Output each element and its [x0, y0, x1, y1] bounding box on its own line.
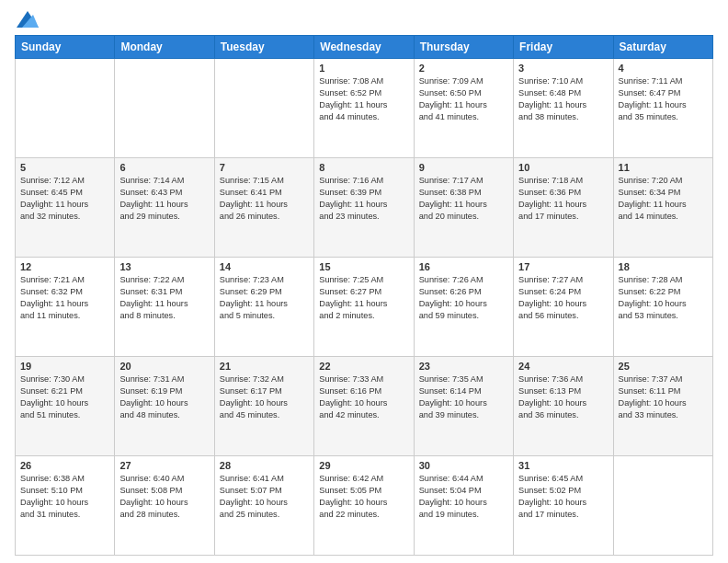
- day-content: Sunrise: 7:12 AM Sunset: 6:45 PM Dayligh…: [20, 175, 109, 223]
- calendar-cell: 25Sunrise: 7:37 AM Sunset: 6:11 PM Dayli…: [613, 357, 712, 456]
- day-content: Sunrise: 7:22 AM Sunset: 6:31 PM Dayligh…: [119, 274, 209, 322]
- calendar-cell: 11Sunrise: 7:20 AM Sunset: 6:34 PM Dayli…: [613, 158, 712, 258]
- calendar-cell: 17Sunrise: 7:27 AM Sunset: 6:24 PM Dayli…: [514, 258, 613, 357]
- day-content: Sunrise: 6:45 AM Sunset: 5:02 PM Dayligh…: [518, 473, 608, 521]
- calendar-cell: 24Sunrise: 7:36 AM Sunset: 6:13 PM Dayli…: [514, 357, 613, 456]
- day-content: Sunrise: 7:30 AM Sunset: 6:21 PM Dayligh…: [20, 373, 109, 421]
- day-header-saturday: Saturday: [613, 36, 712, 59]
- calendar-cell: 6Sunrise: 7:14 AM Sunset: 6:43 PM Daylig…: [115, 158, 214, 258]
- calendar-week-4: 19Sunrise: 7:30 AM Sunset: 6:21 PM Dayli…: [16, 357, 713, 456]
- day-content: Sunrise: 7:25 AM Sunset: 6:27 PM Dayligh…: [319, 274, 408, 322]
- calendar-cell: 23Sunrise: 7:35 AM Sunset: 6:14 PM Dayli…: [414, 357, 513, 456]
- day-content: Sunrise: 6:38 AM Sunset: 5:10 PM Dayligh…: [20, 473, 109, 521]
- day-content: Sunrise: 7:15 AM Sunset: 6:41 PM Dayligh…: [220, 175, 309, 223]
- day-number: 10: [518, 162, 608, 173]
- calendar-cell: 26Sunrise: 6:38 AM Sunset: 5:10 PM Dayli…: [16, 456, 115, 556]
- day-number: 11: [619, 162, 708, 173]
- calendar-cell: 12Sunrise: 7:21 AM Sunset: 6:32 PM Dayli…: [16, 258, 115, 357]
- calendar-cell: [214, 59, 313, 158]
- day-number: 1: [319, 63, 408, 74]
- calendar-cell: [115, 59, 214, 158]
- header: [15, 11, 713, 28]
- day-number: 7: [220, 162, 309, 173]
- day-content: Sunrise: 7:28 AM Sunset: 6:22 PM Dayligh…: [619, 274, 708, 322]
- logo-icon: [17, 11, 39, 28]
- day-number: 30: [419, 460, 508, 471]
- page: SundayMondayTuesdayWednesdayThursdayFrid…: [0, 0, 728, 563]
- calendar-cell: 4Sunrise: 7:11 AM Sunset: 6:47 PM Daylig…: [613, 59, 712, 158]
- calendar-cell: 5Sunrise: 7:12 AM Sunset: 6:45 PM Daylig…: [16, 158, 115, 258]
- calendar-cell: 21Sunrise: 7:32 AM Sunset: 6:17 PM Dayli…: [214, 357, 313, 456]
- day-content: Sunrise: 7:35 AM Sunset: 6:14 PM Dayligh…: [419, 373, 508, 421]
- calendar-cell: 20Sunrise: 7:31 AM Sunset: 6:19 PM Dayli…: [115, 357, 214, 456]
- day-number: 23: [419, 361, 508, 372]
- day-number: 16: [419, 261, 508, 272]
- day-content: Sunrise: 6:44 AM Sunset: 5:04 PM Dayligh…: [419, 473, 508, 521]
- day-number: 19: [20, 361, 109, 372]
- day-content: Sunrise: 6:41 AM Sunset: 5:07 PM Dayligh…: [220, 473, 309, 521]
- day-number: 14: [220, 261, 309, 272]
- day-header-friday: Friday: [514, 36, 613, 59]
- day-content: Sunrise: 7:09 AM Sunset: 6:50 PM Dayligh…: [419, 75, 508, 123]
- calendar-cell: 16Sunrise: 7:26 AM Sunset: 6:26 PM Dayli…: [414, 258, 513, 357]
- calendar-cell: 19Sunrise: 7:30 AM Sunset: 6:21 PM Dayli…: [16, 357, 115, 456]
- calendar-cell: 13Sunrise: 7:22 AM Sunset: 6:31 PM Dayli…: [115, 258, 214, 357]
- day-content: Sunrise: 7:08 AM Sunset: 6:52 PM Dayligh…: [319, 75, 408, 123]
- day-number: 4: [619, 63, 708, 74]
- calendar-cell: [613, 456, 712, 556]
- calendar-cell: 14Sunrise: 7:23 AM Sunset: 6:29 PM Dayli…: [214, 258, 313, 357]
- calendar-cell: 9Sunrise: 7:17 AM Sunset: 6:38 PM Daylig…: [414, 158, 513, 258]
- day-content: Sunrise: 7:36 AM Sunset: 6:13 PM Dayligh…: [518, 373, 608, 421]
- day-header-wednesday: Wednesday: [314, 36, 414, 59]
- calendar-table: SundayMondayTuesdayWednesdayThursdayFrid…: [15, 35, 713, 556]
- day-content: Sunrise: 7:14 AM Sunset: 6:43 PM Dayligh…: [119, 175, 209, 223]
- day-number: 9: [419, 162, 508, 173]
- day-number: 2: [419, 63, 508, 74]
- day-content: Sunrise: 6:42 AM Sunset: 5:05 PM Dayligh…: [319, 473, 408, 521]
- day-content: Sunrise: 7:11 AM Sunset: 6:47 PM Dayligh…: [619, 75, 708, 123]
- calendar-cell: 18Sunrise: 7:28 AM Sunset: 6:22 PM Dayli…: [613, 258, 712, 357]
- calendar-cell: 27Sunrise: 6:40 AM Sunset: 5:08 PM Dayli…: [115, 456, 214, 556]
- day-number: 13: [119, 261, 209, 272]
- day-content: Sunrise: 7:26 AM Sunset: 6:26 PM Dayligh…: [419, 274, 508, 322]
- day-number: 6: [119, 162, 209, 173]
- calendar-week-2: 5Sunrise: 7:12 AM Sunset: 6:45 PM Daylig…: [16, 158, 713, 258]
- day-number: 31: [518, 460, 608, 471]
- day-content: Sunrise: 7:16 AM Sunset: 6:39 PM Dayligh…: [319, 175, 408, 223]
- calendar-cell: 1Sunrise: 7:08 AM Sunset: 6:52 PM Daylig…: [314, 59, 414, 158]
- day-header-tuesday: Tuesday: [214, 36, 313, 59]
- day-number: 29: [319, 460, 408, 471]
- day-content: Sunrise: 7:23 AM Sunset: 6:29 PM Dayligh…: [220, 274, 309, 322]
- day-content: Sunrise: 7:10 AM Sunset: 6:48 PM Dayligh…: [518, 75, 608, 123]
- calendar-cell: [16, 59, 115, 158]
- day-content: Sunrise: 7:20 AM Sunset: 6:34 PM Dayligh…: [619, 175, 708, 223]
- day-number: 5: [20, 162, 109, 173]
- day-content: Sunrise: 6:40 AM Sunset: 5:08 PM Dayligh…: [119, 473, 209, 521]
- day-number: 24: [518, 361, 608, 372]
- calendar-week-1: 1Sunrise: 7:08 AM Sunset: 6:52 PM Daylig…: [16, 59, 713, 158]
- calendar-cell: 29Sunrise: 6:42 AM Sunset: 5:05 PM Dayli…: [314, 456, 414, 556]
- logo: [15, 11, 39, 28]
- day-header-thursday: Thursday: [414, 36, 513, 59]
- calendar-week-5: 26Sunrise: 6:38 AM Sunset: 5:10 PM Dayli…: [16, 456, 713, 556]
- day-content: Sunrise: 7:17 AM Sunset: 6:38 PM Dayligh…: [419, 175, 508, 223]
- calendar-week-3: 12Sunrise: 7:21 AM Sunset: 6:32 PM Dayli…: [16, 258, 713, 357]
- day-header-monday: Monday: [115, 36, 214, 59]
- day-content: Sunrise: 7:32 AM Sunset: 6:17 PM Dayligh…: [220, 373, 309, 421]
- day-number: 25: [619, 361, 708, 372]
- day-number: 28: [220, 460, 309, 471]
- calendar-cell: 28Sunrise: 6:41 AM Sunset: 5:07 PM Dayli…: [214, 456, 313, 556]
- day-number: 26: [20, 460, 109, 471]
- day-number: 22: [319, 361, 408, 372]
- day-content: Sunrise: 7:33 AM Sunset: 6:16 PM Dayligh…: [319, 373, 408, 421]
- day-content: Sunrise: 7:37 AM Sunset: 6:11 PM Dayligh…: [619, 373, 708, 421]
- day-header-sunday: Sunday: [16, 36, 115, 59]
- day-number: 20: [119, 361, 209, 372]
- day-number: 18: [619, 261, 708, 272]
- day-content: Sunrise: 7:27 AM Sunset: 6:24 PM Dayligh…: [518, 274, 608, 322]
- calendar-header-row: SundayMondayTuesdayWednesdayThursdayFrid…: [16, 36, 713, 59]
- calendar-cell: 8Sunrise: 7:16 AM Sunset: 6:39 PM Daylig…: [314, 158, 414, 258]
- calendar-cell: 10Sunrise: 7:18 AM Sunset: 6:36 PM Dayli…: [514, 158, 613, 258]
- calendar-cell: 30Sunrise: 6:44 AM Sunset: 5:04 PM Dayli…: [414, 456, 513, 556]
- day-number: 8: [319, 162, 408, 173]
